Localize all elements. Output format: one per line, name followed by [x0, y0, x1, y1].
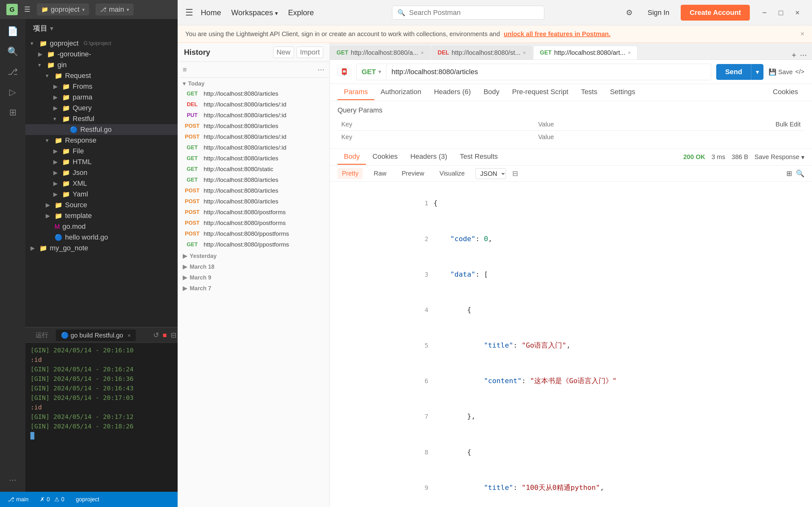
tree-item-gomod[interactable]: ▶ M go.mod [26, 221, 203, 232]
subtab-prerequest[interactable]: Pre-request Script [506, 84, 575, 100]
activity-extensions[interactable]: ⊞ [4, 103, 21, 121]
history-import-btn[interactable]: Import [297, 47, 323, 58]
history-item-12[interactable]: POST http://localhost:8080/postforms [203, 207, 329, 218]
response-tab-testresults[interactable]: Test Results [454, 149, 504, 165]
req-tab-close-2[interactable]: × [523, 50, 526, 56]
history-more-icon[interactable]: ⋯ [317, 66, 324, 74]
hamburger-menu-icon[interactable]: ☰ [24, 5, 31, 14]
url-input[interactable] [386, 64, 711, 80]
req-tab-close-1[interactable]: × [420, 50, 423, 56]
json-view-preview[interactable]: Preview [397, 168, 428, 179]
statusbar-branch[interactable]: ⎇ main [5, 495, 31, 504]
tree-item-goproject[interactable]: ▾ 📁 goproject G:\goproject [26, 38, 203, 49]
response-tab-headers[interactable]: Headers (3) [404, 149, 454, 165]
send-dropdown-btn[interactable]: ▾ [751, 64, 763, 80]
request-tab-2[interactable]: DEL http://localhost:8080/st... × [431, 46, 532, 60]
history-group-march7[interactable]: ▶ March 7 [203, 282, 329, 293]
subtab-body[interactable]: Body [477, 84, 506, 100]
terminal-tab-build[interactable]: 🔵 go build Restful.go × [56, 330, 136, 341]
history-group-today[interactable]: ▾ Today [203, 78, 329, 89]
json-view-pretty[interactable]: Pretty [338, 168, 363, 179]
history-new-btn[interactable]: New [273, 47, 294, 58]
json-filter-icon[interactable]: ⊟ [512, 170, 518, 178]
create-account-button[interactable]: Create Account [681, 19, 750, 20]
history-item-10[interactable]: POST http://localhost:8080/articles [203, 185, 329, 196]
param-value-input[interactable] [538, 133, 728, 141]
response-tab-cookies[interactable]: Cookies [366, 149, 404, 165]
postman-nav-explore[interactable]: Explore [288, 19, 314, 20]
history-group-march9[interactable]: ▶ March 9 [203, 272, 329, 282]
terminal-tab-run[interactable]: 运行 [31, 329, 53, 341]
history-item-5[interactable]: POST http://localhost:8080/articles/:id [203, 131, 329, 142]
send-button[interactable]: Send [716, 64, 751, 80]
activity-search[interactable]: 🔍 [4, 43, 21, 60]
tree-item-response[interactable]: ▾ 📁 Response [26, 135, 203, 146]
branch-selector[interactable]: ⎇ main ▾ [96, 3, 134, 15]
history-item-15[interactable]: GET http://localhost:8080/ppostforms [203, 239, 329, 250]
response-tab-body[interactable]: Body [338, 149, 366, 165]
activity-debug[interactable]: ▷ [4, 83, 21, 101]
tree-item-json[interactable]: ▶ 📁 Json [26, 167, 203, 178]
activity-git[interactable]: ⎇ [4, 63, 21, 80]
subtab-authorization[interactable]: Authorization [374, 84, 427, 100]
history-item-7[interactable]: GET http://localhost:8080/articles [203, 153, 329, 164]
tree-item-mygnote[interactable]: ▶ 📁 my_go_note [26, 243, 203, 253]
postman-signin-btn[interactable]: Sign In [643, 19, 675, 19]
terminal-tab-close[interactable]: × [128, 332, 131, 339]
history-item-13[interactable]: POST http://localhost:8080/postforms [203, 218, 329, 228]
bulk-edit-button[interactable]: Bulk Edit [775, 121, 786, 128]
activity-explorer[interactable]: 📄 [4, 22, 21, 40]
subtab-tests[interactable]: Tests [575, 84, 604, 100]
banner-link[interactable]: unlock all free features in Postman. [504, 31, 611, 38]
json-copy-icon[interactable]: ⊞ [786, 170, 786, 178]
json-view-raw[interactable]: Raw [369, 168, 391, 179]
tree-item-request[interactable]: ▾ 📁 Request [26, 70, 203, 81]
json-format-select[interactable]: JSON [475, 168, 506, 179]
method-selector[interactable]: GET ▾ [357, 65, 386, 79]
tree-item-helloworld[interactable]: ▶ 🔵 hello world.go [26, 232, 203, 243]
history-item-8[interactable]: GET http://localhost:8080/static [203, 164, 329, 175]
subtab-settings[interactable]: Settings [604, 84, 642, 100]
history-item-14[interactable]: POST http://localhost:8080/ppostforms [203, 228, 329, 239]
tree-item-gin[interactable]: ▾ 📁 gin [26, 60, 203, 70]
history-item-6[interactable]: GET http://localhost:8080/articles/:id [203, 142, 329, 153]
save-icon[interactable]: 💾 Save [768, 68, 786, 76]
tree-item-template[interactable]: ▶ 📁 template [26, 210, 203, 221]
history-item-3[interactable]: PUT http://localhost:8080/articles/:id [203, 110, 329, 121]
terminal-restart-icon[interactable]: ↺ [153, 331, 159, 339]
param-key-input[interactable] [341, 133, 531, 141]
json-view-visualize[interactable]: Visualize [435, 168, 469, 179]
tree-item-source[interactable]: ▶ 📁 Source [26, 200, 203, 210]
subtab-cookies[interactable]: Cookies [767, 84, 786, 100]
tree-item-froms[interactable]: ▶ 📁 Froms [26, 81, 203, 92]
request-tab-1[interactable]: GET http://localhost:8080/a... × [330, 46, 430, 60]
tree-item-xml[interactable]: ▶ 📁 XML [26, 178, 203, 189]
history-group-march18[interactable]: ▶ March 18 [203, 261, 329, 272]
tree-item-goroutine[interactable]: ▶ 📁 -goroutine- [26, 49, 203, 60]
request-tab-3-active[interactable]: GET http://localhost:8080/art... × [533, 46, 638, 60]
tree-item-query[interactable]: ▶ 📁 Query [26, 103, 203, 113]
postman-nav-home[interactable]: Home [203, 19, 221, 20]
postman-settings-icon[interactable]: ⚙ [622, 19, 636, 20]
subtab-headers[interactable]: Headers (6) [427, 84, 477, 100]
subtab-params[interactable]: Params [338, 84, 374, 100]
statusbar-errors[interactable]: ✗ 0 ⚠ 0 [38, 495, 67, 504]
save-response-button[interactable]: Save Response ▾ [755, 153, 786, 161]
postman-search-box[interactable]: 🔍 [392, 19, 544, 20]
history-group-yesterday[interactable]: ▶ Yesterday [203, 250, 329, 261]
statusbar-goproject[interactable]: goproject [73, 495, 102, 504]
postman-minimize-btn[interactable]: − [757, 19, 771, 20]
history-item-1[interactable]: GET http://localhost:8080/articles [203, 89, 329, 99]
history-item-11[interactable]: POST http://localhost:8080/articles [203, 196, 329, 207]
req-tab-close-3[interactable]: × [628, 50, 630, 56]
history-item-4[interactable]: POST http://localhost:8080/articles [203, 121, 329, 131]
activity-more[interactable]: ··· [4, 471, 21, 489]
terminal-split-icon[interactable]: ⊟ [171, 331, 176, 339]
tree-item-parma[interactable]: ▶ 📁 parma [26, 92, 203, 103]
postman-maximize-btn[interactable]: □ [774, 19, 786, 20]
tree-item-yaml[interactable]: ▶ 📁 Yaml [26, 189, 203, 200]
terminal-stop-icon[interactable]: ■ [163, 331, 167, 339]
tree-item-file[interactable]: ▶ 📁 File [26, 146, 203, 157]
history-item-9[interactable]: GET http://localhost:8080/articles [203, 175, 329, 185]
history-item-2[interactable]: DEL http://localhost:8080/articles/:id [203, 99, 329, 110]
